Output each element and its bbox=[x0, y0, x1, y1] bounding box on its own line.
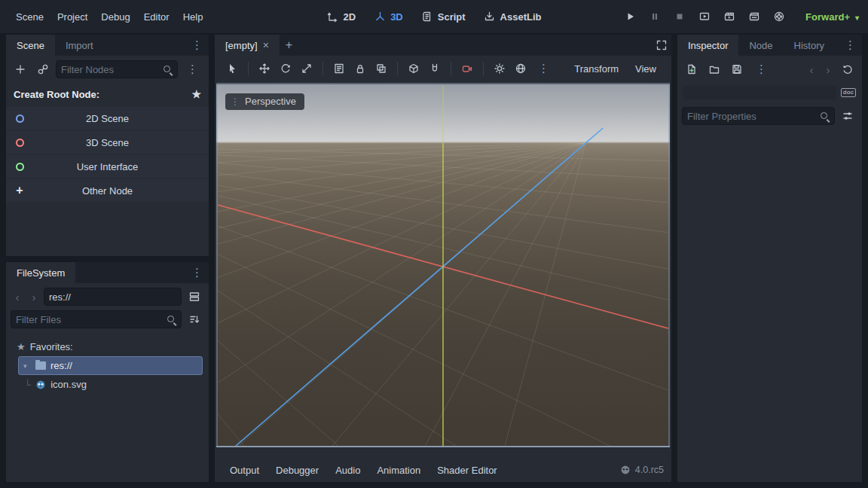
stop-button[interactable] bbox=[670, 8, 689, 26]
tab-history[interactable]: History bbox=[784, 35, 835, 56]
transform-menu[interactable]: Transform bbox=[567, 59, 626, 78]
folder-open-icon bbox=[708, 63, 720, 75]
scene-toolbar-menu-icon[interactable]: ⋮ bbox=[181, 63, 204, 76]
create-2d-scene-row[interactable]: 2D Scene bbox=[6, 107, 209, 130]
rotate-icon bbox=[280, 63, 292, 75]
play-button[interactable] bbox=[620, 8, 640, 26]
group-selected-button[interactable] bbox=[371, 59, 391, 78]
favorites-star-icon[interactable]: ★ bbox=[191, 88, 201, 100]
create-other-node-row[interactable]: + Other Node bbox=[6, 179, 209, 202]
toggle-split-mode-button[interactable] bbox=[185, 288, 204, 306]
load-resource-button[interactable] bbox=[704, 60, 724, 78]
magnet-icon bbox=[429, 63, 441, 75]
close-icon[interactable]: × bbox=[263, 39, 269, 51]
viewport-options-menu-icon[interactable]: ⋮ bbox=[532, 62, 555, 75]
menu-project[interactable]: Project bbox=[50, 8, 94, 26]
tab-inspector[interactable]: Inspector bbox=[677, 35, 738, 56]
filter-properties-field bbox=[682, 107, 835, 125]
file-sort-button[interactable] bbox=[185, 310, 204, 328]
create-ui-scene-row[interactable]: User Interface bbox=[6, 155, 209, 178]
globe-icon bbox=[515, 63, 527, 75]
save-resource-button[interactable] bbox=[727, 60, 747, 78]
run-custom-scene-icon bbox=[748, 11, 760, 23]
lock-selected-button[interactable] bbox=[350, 59, 370, 78]
new-resource-button[interactable] bbox=[682, 60, 701, 78]
tab-import[interactable]: Import bbox=[55, 35, 104, 56]
workspace-assetlib-button[interactable]: AssetLib bbox=[476, 7, 549, 26]
add-node-button[interactable] bbox=[11, 60, 30, 78]
perspective-menu[interactable]: ⋮ Perspective bbox=[225, 93, 304, 110]
filter-nodes-input[interactable] bbox=[61, 64, 162, 75]
preview-sunlight-button[interactable] bbox=[490, 59, 509, 78]
nav-back-button[interactable]: ‹ bbox=[11, 291, 24, 303]
run-custom-scene-button[interactable] bbox=[744, 8, 764, 26]
run-scene-button[interactable] bbox=[695, 8, 714, 26]
scene-tab-empty[interactable]: [empty] × bbox=[215, 35, 280, 56]
run-current-scene-button[interactable] bbox=[720, 8, 739, 26]
preview-environment-button[interactable] bbox=[511, 59, 530, 78]
filesystem-dock: FileSystem ⋮ ‹ › ★ Favorites: ▾ res:// └ bbox=[6, 262, 209, 482]
history-forward-button[interactable]: › bbox=[821, 63, 835, 76]
favorites-label: Favorites: bbox=[30, 341, 73, 352]
workspace-script-button[interactable]: Script bbox=[414, 7, 473, 26]
tab-scene[interactable]: Scene bbox=[6, 35, 55, 56]
bottom-panel-animation[interactable]: Animation bbox=[369, 460, 428, 480]
renderer-selector[interactable]: Forward+ ▾ bbox=[805, 11, 859, 23]
instance-scene-button[interactable] bbox=[33, 60, 53, 78]
pause-icon bbox=[649, 11, 661, 23]
grip-icon: ⋮ bbox=[231, 96, 240, 107]
viewport-3d[interactable]: ⋮ Perspective bbox=[216, 83, 670, 447]
property-tools-button[interactable] bbox=[838, 107, 857, 125]
create-3d-scene-row[interactable]: 3D Scene bbox=[6, 131, 209, 154]
snap-toggle-button[interactable] bbox=[425, 59, 445, 78]
camera-preview-button[interactable] bbox=[457, 59, 477, 78]
tab-node[interactable]: Node bbox=[738, 35, 783, 56]
new-scene-tab-button[interactable]: + bbox=[280, 38, 298, 52]
menu-help[interactable]: Help bbox=[176, 8, 210, 26]
menu-editor[interactable]: Editor bbox=[137, 8, 176, 26]
tab-filesystem[interactable]: FileSystem bbox=[6, 262, 75, 283]
expand-viewport-button[interactable] bbox=[652, 36, 671, 54]
workspace-3d-button[interactable]: 3D bbox=[366, 7, 411, 26]
filesystem-dock-menu-icon[interactable]: ⋮ bbox=[185, 266, 209, 279]
tab-history-label: History bbox=[794, 40, 824, 51]
nav-forward-button[interactable]: › bbox=[27, 291, 41, 303]
view-menu[interactable]: View bbox=[628, 59, 664, 78]
inspector-dock-menu-icon[interactable]: ⋮ bbox=[839, 38, 862, 52]
select-tool-button[interactable] bbox=[222, 59, 242, 78]
spacer bbox=[75, 262, 185, 283]
cursor-icon bbox=[226, 63, 238, 75]
bottom-panel-output[interactable]: Output bbox=[222, 460, 267, 480]
tree-branch-icon: └ bbox=[24, 379, 31, 390]
local-space-button[interactable] bbox=[404, 59, 423, 78]
bottom-panel-audio[interactable]: Audio bbox=[328, 460, 368, 480]
filter-files-input[interactable] bbox=[16, 314, 166, 325]
res-root-row[interactable]: ▾ res:// bbox=[18, 356, 203, 375]
history-back-button[interactable]: ‹ bbox=[805, 63, 818, 76]
list-select-button[interactable] bbox=[329, 59, 349, 78]
bottom-panel-bar: Output Debugger Audio Animation Shader E… bbox=[215, 458, 671, 482]
bottom-panel-shader-editor[interactable]: Shader Editor bbox=[429, 460, 505, 480]
favorites-row[interactable]: ★ Favorites: bbox=[12, 337, 203, 356]
move-tool-button[interactable] bbox=[255, 59, 274, 78]
divider bbox=[483, 62, 484, 75]
open-documentation-icon[interactable]: doc bbox=[841, 88, 856, 97]
current-path-input[interactable] bbox=[49, 291, 176, 303]
movie-maker-button[interactable] bbox=[769, 8, 789, 26]
object-history-button[interactable] bbox=[838, 60, 857, 78]
menu-debug[interactable]: Debug bbox=[94, 8, 136, 26]
bottom-panel-debugger[interactable]: Debugger bbox=[268, 460, 326, 480]
scene-dock-menu-icon[interactable]: ⋮ bbox=[185, 38, 209, 52]
menu-scene[interactable]: Scene bbox=[9, 8, 50, 26]
scale-tool-button[interactable] bbox=[297, 59, 316, 78]
file-row-icon-svg[interactable]: └ icon.svg bbox=[12, 375, 203, 394]
godot-editor-window: { "topbar": { "menus": ["Scene", "Projec… bbox=[0, 0, 868, 488]
filter-properties-input[interactable] bbox=[687, 111, 819, 122]
resource-extra-menu-icon[interactable]: ⋮ bbox=[750, 63, 773, 76]
divider bbox=[397, 62, 398, 75]
pause-button[interactable] bbox=[645, 8, 665, 26]
chevron-down-icon[interactable]: ▾ bbox=[23, 362, 31, 370]
rotate-tool-button[interactable] bbox=[276, 59, 295, 78]
movie-maker-icon bbox=[773, 11, 785, 23]
workspace-2d-button[interactable]: 2D bbox=[319, 7, 364, 26]
